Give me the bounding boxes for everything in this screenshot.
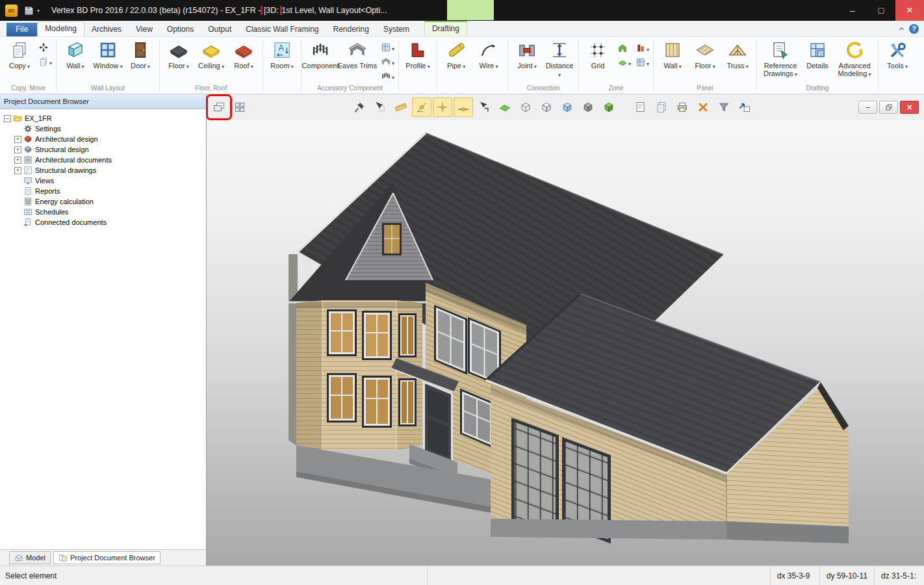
save-icon[interactable] [23, 5, 34, 16]
select-transform-tool[interactable] [370, 98, 390, 117]
view-window-controls: – × [858, 101, 919, 114]
tree-item-architectural-design[interactable]: +Architectural design [0, 134, 206, 144]
hidden-line-view-tool[interactable] [537, 98, 556, 117]
accessory-option-1-button[interactable] [379, 41, 396, 53]
room-button[interactable]: A Room [266, 38, 298, 70]
roof-button[interactable]: Roof [227, 38, 260, 70]
tree-item-structural-design[interactable]: +Structural design [0, 144, 206, 155]
new-view-window-tool[interactable] [209, 98, 229, 117]
tree-expander-icon[interactable]: + [14, 146, 21, 153]
tree-item-architectural-documents[interactable]: +Architectural documents [0, 155, 206, 165]
tab-output[interactable]: Output [201, 23, 238, 36]
wire-button[interactable]: Wire [472, 38, 505, 70]
tab-modeling[interactable]: Modeling [37, 21, 84, 36]
panel-wall-label: Wall [663, 62, 681, 70]
panel-wall-button[interactable]: Wall [656, 38, 689, 70]
shade-face-tool[interactable] [495, 98, 515, 117]
door-button[interactable]: Door [124, 38, 157, 70]
shaded-view-tool[interactable] [558, 98, 577, 117]
zone-tool-4-icon [635, 57, 646, 68]
view-restore-button[interactable] [879, 101, 898, 114]
floor-button[interactable]: Floor [162, 38, 195, 70]
export-view-tool[interactable] [735, 98, 754, 117]
tree-expander-icon[interactable]: − [4, 115, 11, 122]
tools-button[interactable]: Tools [881, 38, 914, 70]
tree-item-views[interactable]: Views [0, 176, 206, 186]
solid-view-tool[interactable] [578, 98, 598, 117]
zone-tool-4-button[interactable] [634, 56, 650, 68]
eaves-trims-button[interactable]: Eaves Trims [337, 38, 378, 70]
pushpin-tool[interactable] [350, 98, 369, 117]
tree-item-ex-1fr[interactable]: −EX_1FR [0, 113, 206, 124]
window-button[interactable]: Window [92, 38, 124, 70]
tab-project-document-browser[interactable]: Project Document Browser [53, 551, 160, 564]
component-button[interactable]: Component [304, 38, 337, 70]
tree-item-schedules[interactable]: Schedules [0, 207, 206, 217]
zone-tool-3-button[interactable] [616, 56, 632, 68]
move-button[interactable] [37, 41, 53, 53]
profile-button[interactable]: Profile [402, 38, 434, 70]
distance-button[interactable]: Distance [543, 38, 576, 79]
snap-angle-tool[interactable] [412, 98, 431, 117]
copy-parallel-button[interactable] [37, 55, 53, 68]
tab-drafting[interactable]: Drafting [424, 21, 467, 36]
close-button[interactable]: × [895, 0, 924, 21]
snap-edge-tool[interactable] [454, 98, 473, 117]
project-document-browser-panel: Project Document Browser −EX_1FRSettings… [0, 94, 207, 566]
print-tool[interactable] [673, 98, 692, 117]
tile-views-tool[interactable] [230, 98, 250, 117]
wireframe-view-tool[interactable] [516, 98, 535, 117]
reference-drawings-button[interactable]: Reference Drawings [760, 38, 801, 78]
maximize-button[interactable]: □ [867, 0, 895, 21]
3d-viewport[interactable] [207, 120, 924, 566]
tab-archives[interactable]: Archives [84, 23, 129, 36]
measure-tool[interactable] [391, 98, 411, 117]
copy-view-tool[interactable] [652, 98, 671, 117]
zone-tool-1-icon [617, 43, 628, 53]
view-properties-tool[interactable] [631, 98, 650, 117]
help-button[interactable]: ? [909, 24, 919, 34]
accessory-option-2-button[interactable] [379, 55, 396, 68]
tree-item-connected-documents[interactable]: Connected documents [0, 217, 206, 228]
wall-button[interactable]: Wall [59, 38, 92, 70]
rendered-view-tool[interactable] [599, 98, 619, 117]
tab-model[interactable]: Model [9, 551, 51, 564]
view-minimize-button[interactable]: – [858, 101, 877, 114]
zone-tool-1-button[interactable] [616, 42, 632, 54]
tree-expander-icon[interactable]: + [14, 157, 21, 164]
zone-tool-2-button[interactable] [634, 42, 650, 54]
collapse-ribbon-button[interactable] [895, 23, 907, 34]
joint-button[interactable]: Joint [511, 38, 543, 70]
tree-expander-icon[interactable]: + [14, 136, 21, 143]
snap-vertex-tool[interactable] [433, 98, 452, 117]
pipe-button[interactable]: Pipe [440, 38, 472, 70]
tree-item-structural-drawings[interactable]: +Structural drawings [0, 165, 206, 176]
tree-expander-icon[interactable]: + [14, 167, 21, 174]
tree-item-reports[interactable]: Reports [0, 186, 206, 196]
panel-floor-button[interactable]: Floor [689, 38, 721, 70]
quick-access-dropdown[interactable] [37, 8, 40, 14]
advanced-modeling-button[interactable]: Advanced Modeling [834, 38, 875, 78]
tree-item-energy-calculation[interactable]: Energy calculation [0, 196, 206, 207]
delete-tool[interactable] [693, 98, 713, 117]
details-button[interactable]: Details [801, 38, 834, 70]
minimize-button[interactable]: – [838, 0, 867, 21]
tab-system[interactable]: System [376, 23, 417, 36]
grid-button[interactable]: Grid [582, 38, 614, 70]
roof-icon [234, 40, 253, 60]
tab-file[interactable]: File [6, 23, 37, 36]
truss-button[interactable]: Truss [721, 38, 754, 70]
tab-rendering[interactable]: Rendering [326, 23, 376, 36]
window-icon [98, 40, 118, 60]
pick-element-tool[interactable] [474, 98, 494, 117]
accessory-option-3-button[interactable] [379, 70, 396, 82]
copy-button[interactable]: Copy [3, 38, 36, 70]
filter-tool[interactable] [714, 98, 734, 117]
tab-classic-wall-framing[interactable]: Classic Wall Framing [238, 23, 326, 36]
tree-item-settings[interactable]: Settings [0, 124, 206, 134]
doc-info-icon [634, 101, 647, 114]
view-close-button[interactable]: × [900, 101, 919, 114]
tab-view[interactable]: View [129, 23, 160, 36]
tab-options[interactable]: Options [160, 23, 201, 36]
ceiling-button[interactable]: Ceiling [195, 38, 227, 70]
